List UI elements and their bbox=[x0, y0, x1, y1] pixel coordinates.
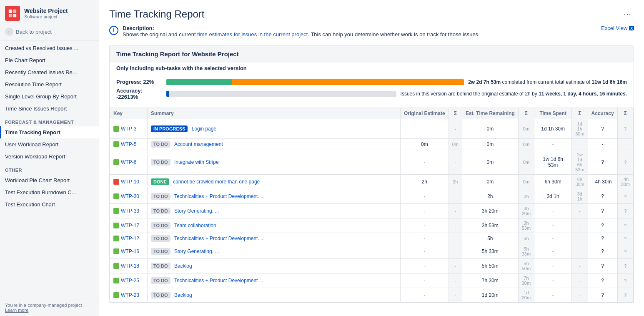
cell-status: TO DO Account management bbox=[148, 139, 401, 150]
cell-time-spent: 6h 30m bbox=[534, 175, 572, 189]
desc-label: Description: bbox=[123, 25, 154, 31]
cell-est-remaining: 5h 50m bbox=[462, 259, 518, 273]
issue-key-link[interactable]: WTP-30 bbox=[121, 193, 139, 199]
cell-est-remaining: 5h bbox=[462, 233, 518, 244]
cell-time-sigma: - bbox=[572, 204, 588, 218]
accuracy-row: Accuracy: -22613% Issues in this version… bbox=[116, 88, 627, 100]
status-badge: TO DO bbox=[151, 159, 170, 166]
cell-time-spent: 3d 1h bbox=[534, 189, 572, 204]
cell-status: TO DO Backlog bbox=[148, 259, 401, 273]
issue-key-link[interactable]: WTP-3 bbox=[121, 126, 136, 132]
cell-orig-sigma: - bbox=[449, 288, 462, 303]
progress-label: Progress: 22% bbox=[116, 79, 162, 85]
sidebar-item-user-workload[interactable]: User Workload Report bbox=[0, 138, 99, 150]
cell-orig-sigma: - bbox=[449, 150, 462, 175]
cell-accuracy: ? bbox=[588, 189, 617, 204]
accuracy-link[interactable]: 2h bbox=[525, 91, 530, 97]
sidebar-item-single-level[interactable]: Single Level Group By Report bbox=[0, 90, 99, 103]
cell-key: WTP-33 bbox=[110, 204, 148, 218]
cell-status: TO DO Integrate with Stripe bbox=[148, 150, 401, 175]
table-row: WTP-25 TO DO Technicalities + Product De… bbox=[110, 273, 634, 288]
issue-key-link[interactable]: WTP-12 bbox=[121, 236, 139, 241]
issue-summary-link[interactable]: Technicalities + Product Development. ..… bbox=[174, 278, 265, 283]
desc-text: Shows the original and current time esti… bbox=[123, 31, 480, 38]
issue-summary-link[interactable]: Technicalities + Product Development. ..… bbox=[174, 193, 265, 199]
desc-link[interactable]: time estimates for issues in the current… bbox=[197, 31, 308, 38]
cell-orig-sigma: - bbox=[449, 119, 462, 139]
back-to-project-button[interactable]: ← Back to project bbox=[0, 25, 99, 40]
section-other: OTHER bbox=[0, 163, 99, 174]
issue-key-link[interactable]: WTP-25 bbox=[121, 278, 139, 283]
accuracy-text: Issues in this version are behind the or… bbox=[401, 91, 627, 97]
issue-key-link[interactable]: WTP-10 bbox=[121, 179, 139, 185]
cell-orig-sigma: - bbox=[449, 189, 462, 204]
cell-time-sigma: 6h 30m bbox=[572, 175, 588, 189]
issue-summary-link[interactable]: Integrate with Stripe bbox=[174, 159, 219, 165]
sidebar-item-workload-pie[interactable]: Workload Pie Chart Report bbox=[0, 174, 99, 186]
cell-orig-est: - bbox=[400, 150, 449, 175]
cell-orig-sigma: 2h bbox=[449, 175, 462, 189]
cell-orig-est: 0m bbox=[400, 139, 449, 150]
page-title: Time Tracking Report bbox=[109, 8, 205, 20]
cell-key: WTP-23 bbox=[110, 288, 148, 303]
issue-summary-link[interactable]: Backlog bbox=[174, 263, 192, 269]
issue-key-link[interactable]: WTP-33 bbox=[121, 208, 139, 214]
project-icon bbox=[5, 6, 20, 21]
cell-time-sigma: - bbox=[572, 273, 588, 288]
cell-time-sigma: - bbox=[572, 288, 588, 303]
sidebar-item-version-workload[interactable]: Version Workload Report bbox=[0, 150, 99, 163]
sidebar-item-time-tracking[interactable]: Time Tracking Report bbox=[0, 126, 99, 138]
issue-key-link[interactable]: WTP-5 bbox=[121, 141, 136, 147]
cell-accuracy-sigma: -4h 30m bbox=[617, 175, 633, 189]
sidebar-item-resolution-time[interactable]: Resolution Time Report bbox=[0, 78, 99, 90]
cell-time-spent: - bbox=[534, 139, 572, 150]
issue-summary-link[interactable]: Account management bbox=[174, 141, 223, 147]
learn-more-link[interactable]: Learn more bbox=[5, 308, 28, 313]
cell-accuracy-sigma: ? bbox=[617, 273, 633, 288]
cell-accuracy: ? bbox=[588, 218, 617, 233]
section-forecast: FORECAST & MANAGEMENT bbox=[0, 115, 99, 126]
sidebar-item-time-since[interactable]: Time Since Issues Report bbox=[0, 103, 99, 115]
issue-summary-link[interactable]: Team collaboration bbox=[174, 223, 216, 228]
cell-time-spent: 1w 1d 6h 53m bbox=[534, 150, 572, 175]
status-badge: TO DO bbox=[151, 235, 170, 242]
cell-est-sigma: 0m bbox=[518, 139, 534, 150]
issue-summary-link[interactable]: Technicalities + Product Development. ..… bbox=[174, 236, 265, 241]
report-card-title: Time Tracking Report for Website Project bbox=[110, 45, 634, 63]
sidebar-item-pie-chart[interactable]: Pie Chart Report bbox=[0, 54, 99, 66]
status-badge: DONE bbox=[151, 178, 169, 185]
cell-accuracy-sigma: ? bbox=[617, 259, 633, 273]
sidebar-item-test-chart[interactable]: Test Execution Chart bbox=[0, 198, 99, 211]
sidebar-item-created-vs-resolved[interactable]: Created vs Resolved Issues ... bbox=[0, 42, 99, 54]
status-badge: TO DO bbox=[151, 222, 170, 229]
cell-time-spent: - bbox=[534, 233, 572, 244]
cell-est-sigma: 0m bbox=[518, 119, 534, 139]
issue-key-link[interactable]: WTP-23 bbox=[121, 292, 139, 298]
cell-accuracy: ? bbox=[588, 288, 617, 303]
issue-summary-link[interactable]: Login page bbox=[192, 126, 216, 132]
issue-summary-link[interactable]: Backlog bbox=[174, 292, 192, 298]
report-content: i Description: Shows the original and cu… bbox=[99, 25, 644, 316]
issue-key-link[interactable]: WTP-6 bbox=[121, 159, 136, 165]
sidebar-nav: Created vs Resolved Issues ... Pie Chart… bbox=[0, 42, 99, 299]
issue-summary-link[interactable]: cannot be crawled more than one page bbox=[173, 179, 260, 185]
issue-key-link[interactable]: WTP-18 bbox=[121, 263, 139, 269]
issue-summary-link[interactable]: Story Generating. ... bbox=[174, 248, 219, 254]
cell-time-spent: - bbox=[534, 244, 572, 259]
header-menu-button[interactable]: ⋯ bbox=[621, 8, 634, 21]
issue-key-link[interactable]: WTP-17 bbox=[121, 223, 139, 228]
cell-est-sigma: 5h 50m bbox=[518, 259, 534, 273]
cell-time-sigma: - bbox=[572, 139, 588, 150]
cell-status: TO DO Team collaboration bbox=[148, 218, 401, 233]
svg-rect-0 bbox=[9, 10, 12, 13]
cell-est-remaining: 0m bbox=[462, 119, 518, 139]
cell-status: TO DO Story Generating. ... bbox=[148, 204, 401, 218]
issue-key-link[interactable]: WTP-16 bbox=[121, 248, 139, 254]
sidebar-item-test-burndown[interactable]: Test Execution Burndown C... bbox=[0, 186, 99, 198]
issue-summary-link[interactable]: Story Generating. ... bbox=[174, 208, 219, 214]
cell-accuracy: - bbox=[588, 139, 617, 150]
description-content: Description: Shows the original and curr… bbox=[123, 25, 480, 38]
sidebar-item-recently-created[interactable]: Recently Created Issues Re... bbox=[0, 66, 99, 78]
cell-status: DONE cannot be crawled more than one pag… bbox=[148, 175, 401, 189]
excel-view-button[interactable]: Excel View x bbox=[601, 25, 634, 31]
